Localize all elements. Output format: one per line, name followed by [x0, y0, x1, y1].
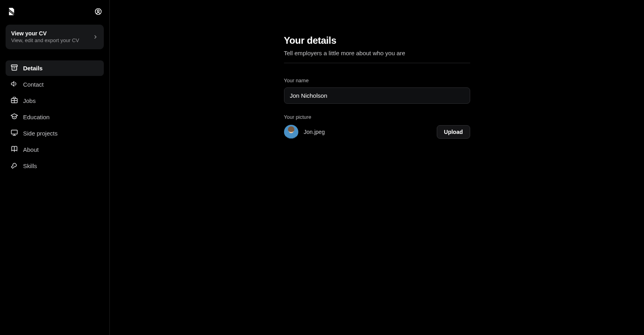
main-content: Your details Tell employers a little mor…: [110, 0, 644, 335]
sidebar-item-label: About: [23, 146, 39, 153]
sidebar-item-jobs[interactable]: Jobs: [6, 93, 104, 108]
view-cv-card[interactable]: View your CV View, edit and export your …: [6, 25, 104, 49]
view-cv-title: View your CV: [11, 30, 79, 37]
sidebar-item-skills[interactable]: Skills: [6, 158, 104, 174]
divider: [284, 63, 470, 63]
picture-info: Jon.jpeg: [284, 125, 325, 139]
sidebar-item-label: Side projects: [23, 130, 58, 137]
sidebar-item-label: Contact: [23, 81, 44, 88]
svg-point-1: [97, 10, 99, 12]
page-title: Your details: [284, 35, 470, 46]
app-logo-icon[interactable]: [7, 7, 16, 16]
avatar: [284, 125, 298, 139]
svg-rect-2: [12, 65, 18, 66]
name-input[interactable]: [284, 87, 470, 104]
megaphone-icon: [10, 80, 18, 89]
user-circle-icon[interactable]: [94, 8, 102, 15]
details-form: Your details Tell employers a little mor…: [284, 35, 470, 139]
archive-icon: [10, 64, 18, 73]
picture-filename: Jon.jpeg: [304, 129, 325, 135]
view-cv-text: View your CV View, edit and export your …: [11, 30, 79, 44]
briefcase-icon: [10, 96, 18, 105]
sidebar-item-education[interactable]: Education: [6, 109, 104, 125]
sidebar: View your CV View, edit and export your …: [0, 0, 110, 335]
sidebar-item-contact[interactable]: Contact: [6, 77, 104, 92]
picture-row: Jon.jpeg Upload: [284, 125, 470, 139]
picture-field: Your picture Jon.jpeg Upload: [284, 114, 470, 139]
svg-rect-4: [12, 130, 18, 134]
nav-list: Details Contact Jobs Education Side proj…: [6, 60, 104, 174]
sidebar-item-label: Skills: [23, 163, 37, 169]
wrench-icon: [10, 161, 18, 170]
sidebar-header: [6, 6, 104, 21]
name-field: Your name: [284, 77, 470, 104]
upload-button[interactable]: Upload: [437, 125, 470, 139]
picture-label: Your picture: [284, 114, 470, 120]
sidebar-item-label: Education: [23, 114, 50, 120]
sidebar-item-label: Jobs: [23, 97, 36, 104]
page-subtitle: Tell employers a little more about who y…: [284, 50, 470, 56]
graduation-cap-icon: [10, 112, 18, 122]
book-icon: [10, 145, 18, 154]
sidebar-item-sideprojects[interactable]: Side projects: [6, 126, 104, 141]
monitor-icon: [10, 129, 18, 138]
chevron-right-icon: [93, 34, 98, 40]
sidebar-item-label: Details: [23, 65, 43, 72]
view-cv-subtitle: View, edit and export your CV: [11, 37, 79, 44]
sidebar-item-details[interactable]: Details: [6, 60, 104, 76]
name-label: Your name: [284, 77, 470, 83]
sidebar-item-about[interactable]: About: [6, 142, 104, 157]
